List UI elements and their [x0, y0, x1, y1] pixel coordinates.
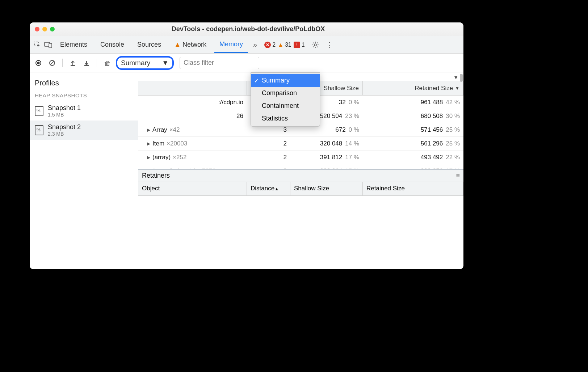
issues-badge[interactable]: !1: [294, 42, 305, 48]
separator: [97, 59, 97, 67]
devtools-window: DevTools - codepen.io/web-dot-dev/live/P…: [30, 22, 463, 269]
snapshot-size: 1.5 MB: [48, 112, 81, 118]
row-retained-pct: 42 %: [446, 99, 460, 106]
snapshot-icon: [35, 125, 43, 135]
retainers-columns: Object Distance▲ Shallow Size Retained S…: [138, 182, 463, 196]
table-row[interactable]: ▶(array) ×2522391 81217 %493 49222 %: [138, 151, 463, 164]
dropdown-item-summary[interactable]: Summary: [251, 74, 320, 87]
download-icon[interactable]: [81, 58, 92, 68]
ret-col-object[interactable]: Object: [138, 182, 247, 195]
dropdown-item-statistics[interactable]: Statistics: [251, 112, 320, 125]
row-retained: 571 456: [421, 126, 443, 134]
upload-icon[interactable]: [68, 58, 78, 68]
tab-console[interactable]: Console: [95, 37, 129, 52]
row-shallow-pct: 14 %: [345, 140, 359, 147]
snapshot-size: 2.3 MB: [48, 131, 81, 137]
tab-network[interactable]: ▲ Network: [169, 37, 211, 52]
row-retained: 561 296: [421, 140, 443, 147]
row-retained-pct: 25 %: [446, 140, 460, 147]
sort-desc-icon: ▼: [455, 86, 459, 91]
devtools-tabbar: Elements Console Sources ▲ Network Memor…: [30, 36, 463, 54]
row-shallow: 672: [335, 126, 345, 134]
kebab-menu-icon[interactable]: ⋮: [326, 41, 333, 49]
row-shallow-pct: 17 %: [345, 154, 359, 161]
expand-icon[interactable]: ▶: [147, 141, 150, 146]
row-constructor: (array): [152, 154, 171, 161]
row-shallow-pct: 23 %: [345, 113, 359, 120]
svg-point-5: [37, 62, 40, 64]
gc-icon[interactable]: [102, 58, 112, 68]
device-toggle-icon[interactable]: [44, 41, 52, 49]
snapshot-item-2[interactable]: Snapshot 2 2.3 MB: [30, 121, 138, 140]
separator: [62, 59, 63, 67]
table-row[interactable]: ▶Item ×200032320 04814 %561 29625 %: [138, 137, 463, 151]
retainers-empty: [138, 196, 463, 269]
profiles-sidebar: Profiles HEAP SNAPSHOTS Snapshot 1 1.5 M…: [30, 72, 138, 269]
inspect-icon[interactable]: [33, 41, 41, 49]
row-shallow: 520 504: [320, 113, 342, 120]
row-retained: 680 508: [421, 113, 443, 120]
sidebar-title: Profiles: [30, 77, 138, 92]
record-icon[interactable]: [33, 58, 43, 68]
row-shallow: 320 048: [320, 140, 342, 147]
chevron-down-icon: ▼: [162, 59, 169, 67]
row-distance: 3: [284, 126, 287, 134]
row-retained: 961 488: [421, 99, 443, 106]
row-retained: 493 492: [421, 154, 443, 161]
col-constructor[interactable]: [138, 81, 247, 95]
row-constructor: 26: [236, 113, 243, 120]
titlebar: DevTools - codepen.io/web-dot-dev/live/P…: [30, 22, 463, 36]
svg-rect-2: [49, 43, 52, 48]
row-retained-pct: 22 %: [446, 154, 460, 161]
retainers-title: Retainers: [142, 172, 170, 179]
svg-line-7: [50, 61, 54, 65]
row-count: ×42: [169, 126, 180, 134]
clear-icon[interactable]: [47, 58, 57, 68]
expand-icon[interactable]: ▶: [147, 127, 150, 132]
table-row[interactable]: ▶(compiled code) ×73763333 96415 %393 25…: [138, 164, 463, 169]
row-count: ×252: [173, 154, 186, 161]
tab-memory[interactable]: Memory: [214, 37, 248, 53]
tab-sources[interactable]: Sources: [132, 37, 166, 52]
view-dropdown: Summary Comparison Containment Statistic…: [251, 72, 320, 127]
window-title: DevTools - codepen.io/web-dot-dev/live/P…: [38, 25, 458, 33]
hamburger-icon[interactable]: ≡: [456, 172, 460, 179]
ret-col-distance[interactable]: Distance▲: [247, 182, 290, 195]
snapshot-icon: [35, 106, 43, 116]
chevron-down-icon[interactable]: ▼: [453, 75, 458, 80]
row-shallow: 32: [339, 99, 346, 106]
ret-col-retained[interactable]: Retained Size: [363, 182, 463, 195]
dropdown-item-containment[interactable]: Containment: [251, 100, 320, 112]
snapshot-name: Snapshot 2: [48, 123, 81, 131]
snapshot-content: ▼ Summary Comparison Containment Statist…: [138, 72, 463, 269]
row-retained-pct: 25 %: [446, 126, 460, 134]
dropdown-item-comparison[interactable]: Comparison: [251, 87, 320, 100]
warnings-badge[interactable]: ▲31: [278, 42, 291, 48]
svg-point-3: [314, 44, 316, 46]
row-constructor: Array: [152, 126, 167, 134]
row-constructor: ://cdpn.io: [218, 99, 243, 106]
row-count: ×20003: [167, 140, 187, 147]
settings-icon[interactable]: [311, 41, 319, 49]
expand-icon[interactable]: ▶: [147, 155, 150, 160]
row-distance: 2: [284, 140, 287, 147]
status-badges: ✕2 ▲31 !1: [264, 42, 304, 48]
row-shallow-pct: 0 %: [349, 99, 359, 106]
ret-col-shallow[interactable]: Shallow Size: [290, 182, 363, 195]
main-area: Profiles HEAP SNAPSHOTS Snapshot 1 1.5 M…: [30, 72, 463, 269]
row-constructor: Item: [152, 140, 164, 147]
row-shallow: 391 812: [320, 154, 342, 161]
snapshot-item-1[interactable]: Snapshot 1 1.5 MB: [30, 101, 138, 121]
sort-asc-icon: ▲: [274, 186, 279, 191]
col-retained[interactable]: Retained Size▼: [363, 81, 463, 95]
tab-elements[interactable]: Elements: [55, 37, 92, 52]
view-select-label: Summary: [121, 59, 150, 67]
scrollbar-thumb[interactable]: [460, 74, 463, 82]
retainers-header: Retainers ≡: [138, 169, 463, 182]
row-distance: 2: [284, 154, 287, 161]
view-select[interactable]: Summary ▼: [116, 56, 174, 70]
class-filter-input[interactable]: [180, 57, 259, 69]
more-tabs-icon[interactable]: »: [251, 41, 259, 49]
memory-toolbar: Summary ▼: [30, 54, 463, 72]
errors-badge[interactable]: ✕2: [264, 42, 276, 48]
